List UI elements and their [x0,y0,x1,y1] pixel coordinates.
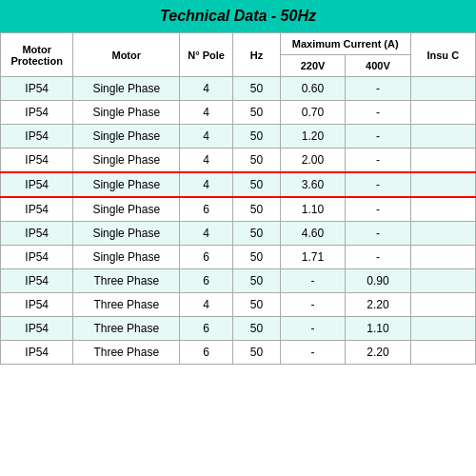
table-row: IP54Single Phase4504.60- [1,222,476,246]
cell-motor: Three Phase [73,293,180,317]
header-motor-protection: Motor Protection [1,33,73,77]
cell-220v: - [280,293,345,317]
cell-220v: 1.20 [280,125,345,149]
cell-insulation [410,341,475,365]
cell-pole: 4 [180,149,233,173]
cell-motor-protection: IP54 [1,269,73,293]
cell-220v: 0.70 [280,101,345,125]
page-container: Technical Data - 50Hz Motor Protection M… [0,0,476,365]
header-220v: 220V [280,55,345,77]
table-row: IP54Single Phase6501.10- [1,197,476,222]
cell-motor-protection: IP54 [1,293,73,317]
cell-motor: Three Phase [73,317,180,341]
cell-insulation [410,125,475,149]
cell-400v: - [346,125,410,149]
cell-hz: 50 [233,125,281,149]
cell-motor: Single Phase [73,77,180,101]
cell-pole: 4 [180,101,233,125]
cell-motor-protection: IP54 [1,341,73,365]
cell-motor: Single Phase [73,246,180,269]
cell-400v: 1.10 [346,317,410,341]
cell-400v: - [346,101,410,125]
cell-hz: 50 [233,197,281,222]
cell-pole: 4 [180,77,233,101]
cell-insulation [410,246,475,269]
cell-400v: - [346,172,410,197]
cell-pole: 6 [180,269,233,293]
cell-pole: 4 [180,172,233,197]
table-title: Technical Data - 50Hz [0,0,476,32]
cell-motor-protection: IP54 [1,101,73,125]
cell-400v: - [346,222,410,246]
cell-insulation [410,149,475,173]
cell-220v: 2.00 [280,149,345,173]
cell-400v: - [346,246,410,269]
cell-motor: Three Phase [73,269,180,293]
cell-motor-protection: IP54 [1,172,73,197]
table-row: IP54Single Phase4502.00- [1,149,476,173]
header-pole: N° Pole [180,33,233,77]
cell-motor-protection: IP54 [1,317,73,341]
cell-220v: 0.60 [280,77,345,101]
header-row-main: Motor Protection Motor N° Pole Hz Maximu… [1,33,476,55]
header-hz: Hz [233,33,281,77]
cell-400v: - [346,197,410,222]
cell-motor: Single Phase [73,149,180,173]
cell-hz: 50 [233,149,281,173]
cell-motor-protection: IP54 [1,77,73,101]
table-row: IP54Single Phase6501.71- [1,246,476,269]
cell-pole: 6 [180,246,233,269]
cell-insulation [410,269,475,293]
table-row: IP54Three Phase650-0.90 [1,269,476,293]
cell-insulation [410,197,475,222]
header-max-current: Maximum Current (A) [280,33,410,55]
cell-insulation [410,222,475,246]
cell-220v: 3.60 [280,172,345,197]
cell-220v: 4.60 [280,222,345,246]
cell-hz: 50 [233,77,281,101]
header-400v: 400V [346,55,410,77]
header-insulation: Insu C [410,33,475,77]
cell-220v: - [280,269,345,293]
cell-hz: 50 [233,222,281,246]
cell-motor: Single Phase [73,172,180,197]
cell-400v: 0.90 [346,269,410,293]
cell-400v: - [346,77,410,101]
table-row: IP54Single Phase4501.20- [1,125,476,149]
cell-motor: Single Phase [73,197,180,222]
cell-pole: 6 [180,317,233,341]
cell-motor: Single Phase [73,101,180,125]
table-row: IP54Three Phase650-2.20 [1,341,476,365]
cell-hz: 50 [233,293,281,317]
cell-motor: Three Phase [73,341,180,365]
cell-220v: - [280,341,345,365]
cell-motor-protection: IP54 [1,222,73,246]
cell-pole: 6 [180,197,233,222]
cell-pole: 6 [180,341,233,365]
cell-insulation [410,101,475,125]
cell-220v: - [280,317,345,341]
cell-hz: 50 [233,341,281,365]
table-row: IP54Single Phase4503.60- [1,172,476,197]
cell-motor-protection: IP54 [1,246,73,269]
table-row: IP54Three Phase450-2.20 [1,293,476,317]
table-row: IP54Single Phase4500.60- [1,77,476,101]
cell-motor-protection: IP54 [1,149,73,173]
cell-400v: - [346,149,410,173]
cell-hz: 50 [233,246,281,269]
cell-hz: 50 [233,101,281,125]
header-motor: Motor [73,33,180,77]
cell-220v: 1.10 [280,197,345,222]
cell-motor-protection: IP54 [1,197,73,222]
cell-insulation [410,77,475,101]
cell-hz: 50 [233,269,281,293]
table-body: IP54Single Phase4500.60-IP54Single Phase… [1,77,476,365]
table-row: IP54Three Phase650-1.10 [1,317,476,341]
cell-motor-protection: IP54 [1,125,73,149]
cell-hz: 50 [233,172,281,197]
cell-pole: 4 [180,222,233,246]
cell-motor: Single Phase [73,222,180,246]
technical-data-table: Motor Protection Motor N° Pole Hz Maximu… [0,32,476,365]
cell-pole: 4 [180,293,233,317]
cell-insulation [410,317,475,341]
